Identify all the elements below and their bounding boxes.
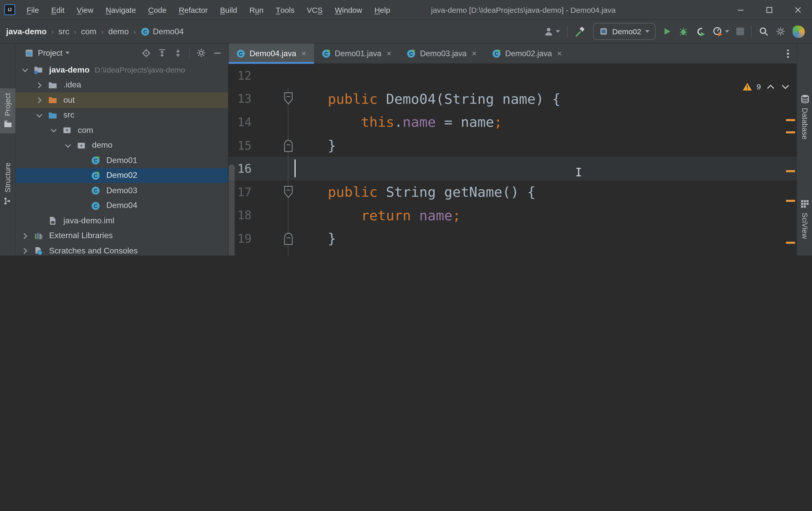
tree-item-demo02[interactable]: CDemo02 <box>15 168 228 183</box>
build-project-button[interactable] <box>575 26 586 37</box>
profiler-icon <box>713 26 723 36</box>
sidebar-item-sciview[interactable]: SciView <box>797 195 812 243</box>
tree-item-demo01[interactable]: CDemo01 <box>15 153 228 168</box>
menu-item-vcs[interactable]: VCS <box>301 0 329 20</box>
next-warning-icon[interactable] <box>780 83 790 91</box>
tree-item-java-demo-iml[interactable]: java-demo.iml <box>15 213 228 228</box>
warning-stripe-mark[interactable] <box>786 200 795 202</box>
menu-item-edit[interactable]: Edit <box>45 0 70 20</box>
hide-panel-icon[interactable] <box>213 48 222 58</box>
stop-button[interactable] <box>736 28 744 35</box>
menu-item-refactor[interactable]: Refactor <box>173 0 214 20</box>
prev-warning-icon[interactable] <box>765 83 776 91</box>
tree-item--idea[interactable]: .idea <box>15 78 228 92</box>
project-view-selector[interactable]: Project <box>38 48 63 58</box>
warning-stripe-mark[interactable] <box>786 131 795 133</box>
fold-start-icon[interactable] <box>283 185 294 199</box>
inspection-widget[interactable]: 9 <box>742 82 790 91</box>
editor-line[interactable]: 20 <box>229 250 797 256</box>
svg-text:C: C <box>93 188 97 194</box>
fold-end-icon[interactable] <box>283 232 294 246</box>
class-run-icon: C <box>91 156 100 165</box>
profile-avatar-button[interactable] <box>792 25 805 37</box>
tree-item-external-libraries[interactable]: External Libraries <box>15 228 228 243</box>
chevron-right-icon[interactable] <box>35 95 44 105</box>
close-tab-icon[interactable]: × <box>472 49 476 58</box>
run-with-coverage-icon <box>695 26 706 36</box>
chevron-down-icon[interactable] <box>21 65 30 74</box>
tab-demo03.java[interactable]: CDemo03.java× <box>399 43 484 64</box>
tree-item-label: Demo03 <box>106 186 137 195</box>
locate-icon[interactable] <box>142 48 151 58</box>
breadcrumb-item-com[interactable]: com <box>81 27 96 36</box>
tree-item-com[interactable]: com <box>15 123 228 138</box>
sidebar-item-database[interactable]: Database <box>797 89 812 144</box>
tree-item-demo03[interactable]: CDemo03 <box>15 183 228 198</box>
menu-item-tools[interactable]: Tools <box>270 0 301 20</box>
editor-line[interactable]: 13 public Demo04(String name) { <box>229 87 797 110</box>
breadcrumb-item-java-demo[interactable]: java-demo <box>6 27 47 36</box>
menu-item-build[interactable]: Build <box>214 0 243 20</box>
editor-line[interactable]: 18 return name; <box>229 204 797 227</box>
tab-demo02.java[interactable]: CDemo02.java× <box>484 43 569 64</box>
menu-item-run[interactable]: Run <box>243 0 270 20</box>
close-tab-icon[interactable]: × <box>301 49 306 58</box>
editor-line[interactable]: 12 <box>229 64 797 87</box>
profiler-button[interactable] <box>713 26 729 36</box>
warning-stripe-mark[interactable] <box>786 242 795 244</box>
chevron-down-icon[interactable] <box>35 111 44 120</box>
close-tab-icon[interactable]: × <box>386 49 392 58</box>
chevron-right-icon[interactable] <box>21 231 30 240</box>
editor-options-kebab-icon[interactable] <box>783 48 792 60</box>
run-configuration-select[interactable]: Demo02 <box>593 23 656 40</box>
editor-line[interactable]: 15 } <box>229 134 797 157</box>
close-tab-icon[interactable]: × <box>557 49 562 58</box>
menu-item-navigate[interactable]: Navigate <box>99 0 142 20</box>
chevron-down-icon[interactable] <box>66 52 70 54</box>
breadcrumb-item-demo[interactable]: demo <box>108 27 128 36</box>
tree-item-out[interactable]: out <box>15 92 228 108</box>
chevron-down-icon[interactable] <box>63 141 72 150</box>
chevron-right-icon[interactable] <box>35 81 44 90</box>
editor-line[interactable]: 17 public String getName() { <box>229 180 797 204</box>
tree-item-demo[interactable]: demo <box>15 138 228 153</box>
expand-all-icon[interactable] <box>157 48 167 58</box>
menu-item-code[interactable]: Code <box>142 0 173 20</box>
menu-item-view[interactable]: View <box>70 0 99 20</box>
tree-item-scratches-and-consoles[interactable]: Scratches and Consoles <box>15 243 228 256</box>
chevron-right-icon[interactable] <box>21 246 30 256</box>
fold-start-icon[interactable] <box>283 92 294 106</box>
tree-item-java-demo[interactable]: java-demoD:\IdeaProjects\java-demo <box>15 62 228 78</box>
minimize-button[interactable] <box>726 0 755 20</box>
coverage-button[interactable] <box>695 26 706 36</box>
editor-line[interactable]: 16 <box>229 157 797 180</box>
chevron-down-icon[interactable] <box>49 126 58 135</box>
fold-end-icon[interactable] <box>283 138 294 153</box>
search-everywhere-button[interactable] <box>759 27 768 36</box>
menu-item-window[interactable]: Window <box>329 0 369 20</box>
tree-item-src[interactable]: src <box>15 108 228 123</box>
menu-item-file[interactable]: File <box>21 0 45 20</box>
breadcrumb-item-src[interactable]: src <box>58 27 69 36</box>
tab-demo04.java[interactable]: CDemo04.java× <box>229 43 314 64</box>
editor-scrollbar[interactable] <box>229 164 235 256</box>
editor-line[interactable]: 14 this.name = name; <box>229 110 797 133</box>
run-button[interactable] <box>663 27 671 36</box>
gear-icon[interactable] <box>196 48 206 58</box>
warning-stripe-mark[interactable] <box>786 119 795 121</box>
tree-item-demo04[interactable]: CDemo04 <box>15 198 228 213</box>
collapse-all-icon[interactable] <box>173 48 182 58</box>
warning-stripe-mark[interactable] <box>786 170 795 172</box>
tab-demo01.java[interactable]: CDemo01.java× <box>314 43 399 64</box>
sidebar-item-structure[interactable]: Structure <box>0 158 15 210</box>
breadcrumb-item-Demo04[interactable]: Demo04 <box>153 27 183 36</box>
code-area[interactable]: 1213 public Demo04(String name) {14 this… <box>229 64 797 256</box>
maximize-button[interactable] <box>755 0 783 20</box>
sidebar-item-project[interactable]: Project <box>0 88 15 133</box>
menu-item-help[interactable]: Help <box>368 0 396 20</box>
user-button[interactable] <box>544 26 560 36</box>
settings-button[interactable] <box>776 27 785 36</box>
editor-line[interactable]: 19 } <box>229 227 797 250</box>
debug-button[interactable] <box>678 27 688 36</box>
close-button[interactable] <box>783 0 812 20</box>
